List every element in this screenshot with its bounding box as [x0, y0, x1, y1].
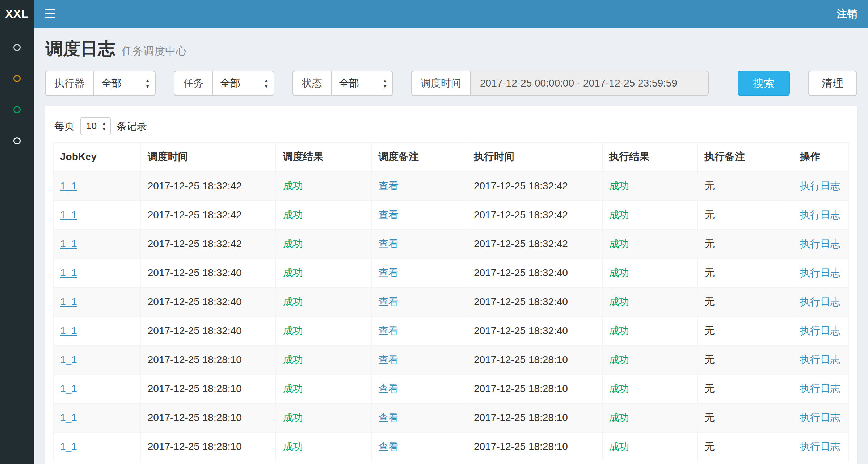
cell-trigger-result: 成功	[276, 287, 371, 316]
cell-handle-result: 成功	[602, 172, 698, 201]
jobkey-link[interactable]: 1_1	[60, 354, 77, 365]
table-row: 1_1 2017-12-25 18:28:10 成功 查看 2017-12-25…	[53, 374, 849, 403]
cell-trigger-msg: 查看	[371, 229, 467, 258]
cell-handle-time: 2017-12-25 18:28:10	[467, 432, 602, 461]
cell-handle-msg: 无	[698, 316, 793, 345]
exec-log-link[interactable]: 执行日志	[800, 238, 840, 249]
sidebar-toggle-icon[interactable]: ☰	[44, 8, 56, 21]
sidebar-item-3 circle-icon[interactable]	[13, 106, 21, 113]
exec-log-link[interactable]: 执行日志	[800, 412, 840, 423]
trigger-result-badge: 成功	[283, 412, 303, 423]
cell-handle-time: 2017-12-25 18:28:10	[467, 345, 602, 374]
cell-action: 执行日志	[793, 403, 849, 432]
sidebar-item-4 circle-icon[interactable]	[13, 137, 21, 144]
exec-log-link[interactable]: 执行日志	[800, 441, 840, 452]
cell-handle-result: 成功	[602, 403, 698, 432]
jobkey-link[interactable]: 1_1	[60, 267, 77, 278]
handle-result-badge: 成功	[609, 238, 629, 249]
sidebar-item-2 circle-icon[interactable]	[13, 75, 21, 82]
header-action: 操作	[793, 142, 849, 172]
cell-trigger-msg: 查看	[371, 345, 467, 374]
cell-jobkey: 1_1	[53, 258, 141, 287]
select-stepper-icon: ▲▼	[264, 78, 269, 89]
jobkey-link[interactable]: 1_1	[60, 296, 77, 307]
exec-log-link[interactable]: 执行日志	[800, 209, 840, 220]
trigger-result-badge: 成功	[283, 238, 303, 249]
page-length-suffix: 条记录	[117, 119, 147, 133]
cell-handle-msg: 无	[698, 287, 793, 316]
trigger-msg-view-link[interactable]: 查看	[378, 267, 399, 278]
header-jobkey: JobKey	[53, 142, 141, 172]
trigger-time-range-input[interactable]: 2017-12-25 00:00:00 - 2017-12-25 23:59:5…	[470, 71, 709, 96]
cell-trigger-time: 2017-12-25 18:32:42	[141, 172, 276, 201]
jobkey-link[interactable]: 1_1	[60, 412, 77, 423]
cell-handle-time: 2017-12-25 18:28:10	[467, 374, 602, 403]
handle-result-badge: 成功	[609, 325, 629, 336]
header-trigger-msg: 调度备注	[371, 142, 467, 172]
cell-trigger-result: 成功	[276, 432, 371, 461]
log-table-body: 1_1 2017-12-25 18:32:42 成功 查看 2017-12-25…	[53, 172, 849, 461]
job-filter: 任务 全部 ▲▼	[174, 71, 274, 96]
executor-select[interactable]: 全部 ▲▼	[93, 71, 156, 96]
cell-trigger-result: 成功	[276, 374, 371, 403]
status-select[interactable]: 全部 ▲▼	[331, 71, 393, 96]
cell-trigger-time: 2017-12-25 18:28:10	[141, 345, 276, 374]
cell-action: 执行日志	[793, 287, 849, 316]
search-button[interactable]: 搜索	[738, 71, 790, 96]
sidebar	[0, 28, 34, 464]
cell-jobkey: 1_1	[53, 432, 141, 461]
cell-handle-result: 成功	[602, 345, 698, 374]
trigger-msg-view-link[interactable]: 查看	[378, 441, 399, 452]
jobkey-link[interactable]: 1_1	[60, 325, 77, 336]
trigger-result-badge: 成功	[283, 180, 303, 191]
cell-jobkey: 1_1	[53, 229, 141, 258]
exec-log-link[interactable]: 执行日志	[800, 354, 840, 365]
handle-msg-text: 无	[704, 180, 715, 191]
logo[interactable]: XXL	[0, 0, 34, 28]
handle-result-badge: 成功	[609, 267, 629, 278]
jobkey-link[interactable]: 1_1	[60, 441, 77, 452]
job-select-value: 全部	[220, 76, 240, 90]
page-length-select[interactable]: 10 ▲▼	[80, 117, 111, 135]
trigger-msg-view-link[interactable]: 查看	[378, 209, 399, 220]
header-trigger-result: 调度结果	[276, 142, 371, 172]
trigger-result-badge: 成功	[283, 267, 303, 278]
clear-button[interactable]: 清理	[808, 71, 857, 96]
sidebar-item-1 circle-icon[interactable]	[13, 44, 21, 51]
cell-action: 执行日志	[793, 432, 849, 461]
exec-log-link[interactable]: 执行日志	[800, 296, 840, 307]
job-select[interactable]: 全部 ▲▼	[212, 71, 274, 96]
cell-action: 执行日志	[793, 172, 849, 201]
cell-trigger-time: 2017-12-25 18:28:10	[141, 403, 276, 432]
exec-log-link[interactable]: 执行日志	[800, 180, 840, 191]
cell-trigger-time: 2017-12-25 18:32:42	[141, 201, 276, 229]
trigger-msg-view-link[interactable]: 查看	[378, 412, 399, 423]
trigger-msg-view-link[interactable]: 查看	[378, 354, 399, 365]
cell-handle-time: 2017-12-25 18:32:42	[467, 229, 602, 258]
jobkey-link[interactable]: 1_1	[60, 238, 77, 249]
cell-trigger-msg: 查看	[371, 403, 467, 432]
cell-handle-time: 2017-12-25 18:32:40	[467, 287, 602, 316]
exec-log-link[interactable]: 执行日志	[800, 325, 840, 336]
executor-filter-label: 执行器	[45, 71, 93, 96]
trigger-time-filter-label: 调度时间	[411, 71, 470, 96]
cell-trigger-result: 成功	[276, 403, 371, 432]
exec-log-link[interactable]: 执行日志	[800, 267, 840, 278]
cell-handle-result: 成功	[602, 432, 698, 461]
handle-result-badge: 成功	[609, 180, 629, 191]
jobkey-link[interactable]: 1_1	[60, 180, 77, 191]
logout-link[interactable]: 注销	[837, 7, 857, 21]
trigger-msg-view-link[interactable]: 查看	[378, 325, 399, 336]
jobkey-link[interactable]: 1_1	[60, 209, 77, 220]
cell-action: 执行日志	[793, 316, 849, 345]
handle-msg-text: 无	[704, 325, 715, 336]
status-filter: 状态 全部 ▲▼	[292, 71, 393, 96]
exec-log-link[interactable]: 执行日志	[800, 383, 840, 394]
trigger-msg-view-link[interactable]: 查看	[378, 238, 399, 249]
jobkey-link[interactable]: 1_1	[60, 383, 77, 394]
cell-handle-time: 2017-12-25 18:32:42	[467, 201, 602, 229]
trigger-msg-view-link[interactable]: 查看	[378, 296, 399, 307]
trigger-msg-view-link[interactable]: 查看	[378, 180, 399, 191]
trigger-msg-view-link[interactable]: 查看	[378, 383, 399, 394]
handle-msg-text: 无	[704, 209, 715, 220]
